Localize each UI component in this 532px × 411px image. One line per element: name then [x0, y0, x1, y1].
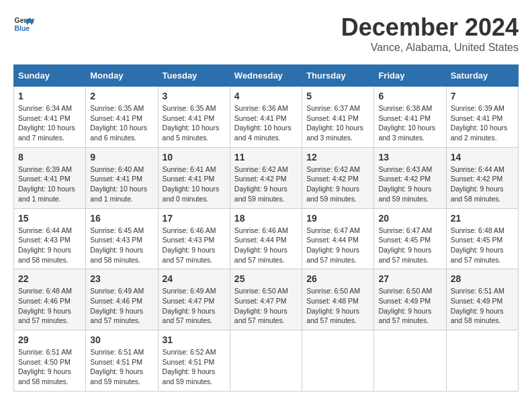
- location-subtitle: Vance, Alabama, United States: [341, 42, 519, 54]
- day-info: Sunrise: 6:47 AMSunset: 4:44 PMDaylight:…: [306, 226, 369, 265]
- day-number: 29: [18, 334, 81, 345]
- day-number: 4: [234, 91, 298, 101]
- day-info: Sunrise: 6:49 AMSunset: 4:47 PMDaylight:…: [163, 286, 226, 326]
- calendar-day-cell: 1Sunrise: 6:34 AMSunset: 4:41 PMDaylight…: [14, 87, 86, 148]
- calendar-day-cell: 11Sunrise: 6:42 AMSunset: 4:42 PMDayligh…: [230, 147, 302, 208]
- calendar-day-cell: 2Sunrise: 6:35 AMSunset: 4:41 PMDaylight…: [86, 87, 158, 148]
- calendar-day-cell: 8Sunrise: 6:39 AMSunset: 4:41 PMDaylight…: [14, 147, 86, 208]
- day-info: Sunrise: 6:42 AMSunset: 4:42 PMDaylight:…: [234, 165, 298, 204]
- calendar-week-row: 15Sunrise: 6:44 AMSunset: 4:43 PMDayligh…: [14, 208, 519, 269]
- calendar-day-cell: 3Sunrise: 6:35 AMSunset: 4:41 PMDaylight…: [158, 87, 230, 148]
- calendar-day-cell: 23Sunrise: 6:49 AMSunset: 4:46 PMDayligh…: [86, 269, 158, 330]
- month-title: December 2024: [341, 13, 519, 42]
- calendar-day-cell: 19Sunrise: 6:47 AMSunset: 4:44 PMDayligh…: [302, 208, 374, 269]
- day-info: Sunrise: 6:39 AMSunset: 4:41 PMDaylight:…: [451, 103, 514, 143]
- calendar-day-cell: [302, 330, 374, 392]
- calendar-week-row: 8Sunrise: 6:39 AMSunset: 4:41 PMDaylight…: [14, 147, 519, 208]
- day-info: Sunrise: 6:39 AMSunset: 4:41 PMDaylight:…: [18, 165, 81, 204]
- calendar-day-cell: 26Sunrise: 6:50 AMSunset: 4:48 PMDayligh…: [302, 269, 374, 330]
- day-of-week-header: Friday: [374, 65, 446, 87]
- day-info: Sunrise: 6:35 AMSunset: 4:41 PMDaylight:…: [163, 103, 226, 143]
- day-info: Sunrise: 6:38 AMSunset: 4:41 PMDaylight:…: [378, 103, 441, 143]
- day-number: 30: [90, 334, 153, 345]
- day-number: 28: [451, 273, 514, 284]
- page-header: General Blue December 2024 Vance, Alabam…: [13, 13, 519, 54]
- day-of-week-header: Sunday: [14, 65, 86, 87]
- day-of-week-header: Thursday: [302, 65, 374, 87]
- calendar-week-row: 29Sunrise: 6:51 AMSunset: 4:50 PMDayligh…: [14, 330, 519, 392]
- day-info: Sunrise: 6:50 AMSunset: 4:47 PMDaylight:…: [234, 286, 298, 326]
- calendar-day-cell: 10Sunrise: 6:41 AMSunset: 4:41 PMDayligh…: [158, 147, 230, 208]
- calendar-day-cell: 9Sunrise: 6:40 AMSunset: 4:41 PMDaylight…: [86, 147, 158, 208]
- day-number: 31: [163, 334, 226, 345]
- title-area: December 2024 Vance, Alabama, United Sta…: [341, 13, 519, 54]
- day-number: 24: [163, 273, 226, 284]
- calendar-day-cell: 13Sunrise: 6:43 AMSunset: 4:42 PMDayligh…: [374, 147, 446, 208]
- day-number: 7: [451, 91, 514, 101]
- day-number: 5: [306, 91, 369, 101]
- calendar-day-cell: 29Sunrise: 6:51 AMSunset: 4:50 PMDayligh…: [14, 330, 86, 392]
- day-number: 21: [451, 213, 514, 224]
- day-info: Sunrise: 6:51 AMSunset: 4:50 PMDaylight:…: [18, 347, 81, 387]
- logo: General Blue: [13, 13, 35, 35]
- day-number: 2: [90, 91, 153, 101]
- calendar-day-cell: 21Sunrise: 6:48 AMSunset: 4:45 PMDayligh…: [446, 208, 518, 269]
- day-of-week-header: Wednesday: [230, 65, 302, 87]
- day-number: 1: [18, 91, 81, 101]
- day-number: 13: [378, 152, 441, 163]
- day-info: Sunrise: 6:46 AMSunset: 4:43 PMDaylight:…: [163, 226, 226, 265]
- day-number: 12: [306, 152, 369, 163]
- day-number: 27: [378, 273, 441, 284]
- day-info: Sunrise: 6:49 AMSunset: 4:46 PMDaylight:…: [90, 286, 153, 326]
- calendar-week-row: 22Sunrise: 6:48 AMSunset: 4:46 PMDayligh…: [14, 269, 519, 330]
- calendar-day-cell: 25Sunrise: 6:50 AMSunset: 4:47 PMDayligh…: [230, 269, 302, 330]
- calendar-day-cell: [446, 330, 518, 392]
- day-number: 26: [306, 273, 369, 284]
- calendar-day-cell: 20Sunrise: 6:47 AMSunset: 4:45 PMDayligh…: [374, 208, 446, 269]
- calendar-day-cell: 27Sunrise: 6:50 AMSunset: 4:49 PMDayligh…: [374, 269, 446, 330]
- calendar-day-cell: 16Sunrise: 6:45 AMSunset: 4:43 PMDayligh…: [86, 208, 158, 269]
- day-number: 22: [18, 273, 81, 284]
- day-number: 17: [163, 213, 226, 224]
- day-number: 9: [90, 152, 153, 163]
- day-number: 14: [451, 152, 514, 163]
- calendar-day-cell: 6Sunrise: 6:38 AMSunset: 4:41 PMDaylight…: [374, 87, 446, 148]
- day-info: Sunrise: 6:35 AMSunset: 4:41 PMDaylight:…: [90, 103, 153, 143]
- calendar-day-cell: 22Sunrise: 6:48 AMSunset: 4:46 PMDayligh…: [14, 269, 86, 330]
- day-info: Sunrise: 6:41 AMSunset: 4:41 PMDaylight:…: [163, 165, 226, 204]
- calendar-day-cell: [374, 330, 446, 392]
- calendar-day-cell: 31Sunrise: 6:52 AMSunset: 4:51 PMDayligh…: [158, 330, 230, 392]
- day-info: Sunrise: 6:36 AMSunset: 4:41 PMDaylight:…: [234, 103, 298, 143]
- day-number: 3: [163, 91, 226, 101]
- day-number: 20: [378, 213, 441, 224]
- day-number: 18: [234, 213, 298, 224]
- day-info: Sunrise: 6:34 AMSunset: 4:41 PMDaylight:…: [18, 103, 81, 143]
- calendar-header-row: SundayMondayTuesdayWednesdayThursdayFrid…: [14, 65, 519, 87]
- calendar-day-cell: [230, 330, 302, 392]
- day-of-week-header: Monday: [86, 65, 158, 87]
- calendar-day-cell: 17Sunrise: 6:46 AMSunset: 4:43 PMDayligh…: [158, 208, 230, 269]
- day-info: Sunrise: 6:44 AMSunset: 4:43 PMDaylight:…: [18, 226, 81, 265]
- day-info: Sunrise: 6:42 AMSunset: 4:42 PMDaylight:…: [306, 165, 369, 204]
- day-number: 11: [234, 152, 298, 163]
- day-info: Sunrise: 6:40 AMSunset: 4:41 PMDaylight:…: [90, 165, 153, 204]
- day-number: 23: [90, 273, 153, 284]
- calendar-day-cell: 5Sunrise: 6:37 AMSunset: 4:41 PMDaylight…: [302, 87, 374, 148]
- day-info: Sunrise: 6:45 AMSunset: 4:43 PMDaylight:…: [90, 226, 153, 265]
- calendar-week-row: 1Sunrise: 6:34 AMSunset: 4:41 PMDaylight…: [14, 87, 519, 148]
- calendar-day-cell: 18Sunrise: 6:46 AMSunset: 4:44 PMDayligh…: [230, 208, 302, 269]
- calendar-day-cell: 14Sunrise: 6:44 AMSunset: 4:42 PMDayligh…: [446, 147, 518, 208]
- day-number: 25: [234, 273, 298, 284]
- calendar-table: SundayMondayTuesdayWednesdayThursdayFrid…: [13, 64, 519, 392]
- day-info: Sunrise: 6:48 AMSunset: 4:46 PMDaylight:…: [18, 286, 81, 326]
- day-info: Sunrise: 6:47 AMSunset: 4:45 PMDaylight:…: [378, 226, 441, 265]
- calendar-day-cell: 30Sunrise: 6:51 AMSunset: 4:51 PMDayligh…: [86, 330, 158, 392]
- day-info: Sunrise: 6:51 AMSunset: 4:51 PMDaylight:…: [90, 347, 153, 387]
- day-of-week-header: Tuesday: [158, 65, 230, 87]
- day-number: 6: [378, 91, 441, 101]
- day-number: 8: [18, 152, 81, 163]
- calendar-day-cell: 15Sunrise: 6:44 AMSunset: 4:43 PMDayligh…: [14, 208, 86, 269]
- calendar-day-cell: 12Sunrise: 6:42 AMSunset: 4:42 PMDayligh…: [302, 147, 374, 208]
- day-info: Sunrise: 6:52 AMSunset: 4:51 PMDaylight:…: [163, 347, 226, 387]
- day-of-week-header: Saturday: [446, 65, 518, 87]
